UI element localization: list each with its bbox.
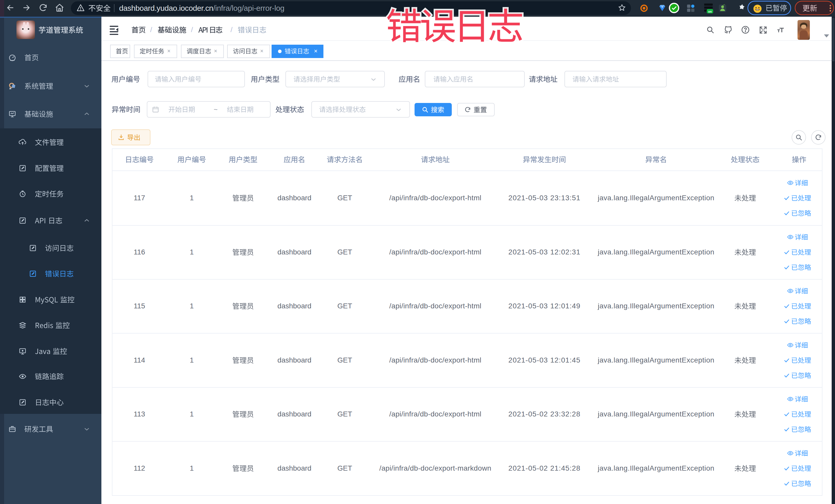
svg-text:on: on	[708, 10, 712, 13]
